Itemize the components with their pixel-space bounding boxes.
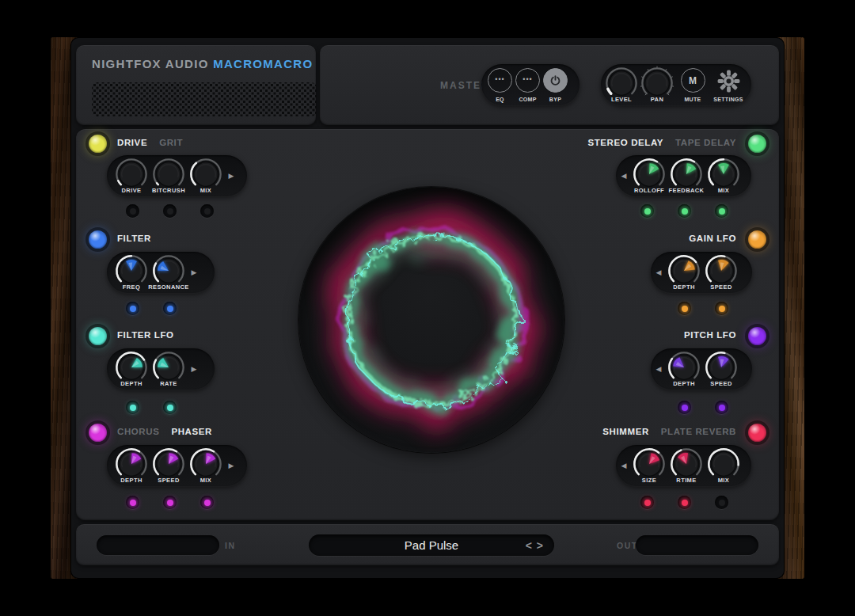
- out-label: OUT: [617, 541, 638, 550]
- chorus-mini-led-3[interactable]: [200, 496, 214, 509]
- plugin-unit: NIGHTFOX AUDIO MACROMACRO MASTER ••• EQ …: [71, 38, 784, 578]
- pitch-lfo-prev-arrow-icon[interactable]: ◀: [653, 365, 664, 373]
- delay-prev-arrow-icon[interactable]: ◀: [618, 172, 629, 180]
- tab-filter-lfo[interactable]: FILTER LFO: [117, 330, 174, 340]
- mute-button[interactable]: M MUTE: [675, 64, 710, 105]
- tab-chorus[interactable]: CHORUS: [117, 427, 159, 436]
- chorus-mix-label: MIX: [200, 477, 212, 484]
- pitch-lfo-knob-group: ◀ DEPTH SPEED: [651, 348, 752, 390]
- gain-lfo-mini-led-2[interactable]: [715, 302, 728, 315]
- chorus-section-led[interactable]: [89, 424, 107, 442]
- rtime-knob-label: RTIME: [676, 477, 696, 484]
- tab-filter[interactable]: FILTER: [117, 234, 151, 243]
- comp-button[interactable]: ••• COMP: [514, 64, 542, 105]
- drive-mix-knob-label: MIX: [200, 187, 212, 194]
- eq-button[interactable]: ••• EQ: [486, 64, 514, 105]
- delay-knob-group: ◀ ROLLOFF FEEDBACK MIX: [616, 155, 751, 196]
- filter-lfo-mini-led-2[interactable]: [163, 401, 177, 414]
- chorus-speed-label: SPEED: [158, 477, 179, 484]
- delay-mini-led-1[interactable]: [640, 204, 654, 218]
- master-control-group: LEVEL PAN M MUTE: [601, 64, 751, 105]
- chorus-next-arrow-icon[interactable]: ▶: [226, 462, 237, 470]
- delay-mini-leds: [640, 204, 728, 218]
- filter-lfo-section-led[interactable]: [89, 327, 107, 345]
- tab-stereo-delay[interactable]: STEREO DELAY: [587, 138, 663, 147]
- drive-section-led[interactable]: [89, 135, 107, 153]
- mute-glyph: M: [689, 75, 697, 86]
- filter-lfo-tabs: FILTER LFO: [117, 330, 174, 340]
- tab-gain-lfo[interactable]: GAIN LFO: [689, 234, 736, 243]
- eq-label: EQ: [496, 97, 504, 102]
- drive-mini-led-3[interactable]: [200, 204, 214, 218]
- gain-lfo-prev-arrow-icon[interactable]: ◀: [653, 268, 664, 276]
- filter-next-arrow-icon[interactable]: ▶: [188, 268, 200, 276]
- gain-lfo-depth-label: DEPTH: [673, 283, 694, 291]
- bypass-button[interactable]: BYP: [542, 64, 569, 105]
- gain-lfo-section-led[interactable]: [748, 230, 766, 249]
- shimmer-section-led[interactable]: [748, 424, 766, 442]
- filter-lfo-depth-label: DEPTH: [120, 380, 142, 387]
- gain-lfo-tabs: GAIN LFO: [689, 234, 736, 243]
- chorus-knob-group: DEPTH SPEED MIX ▶: [107, 445, 247, 486]
- tab-phaser[interactable]: PHASER: [171, 427, 212, 436]
- pitch-lfo-mini-led-1[interactable]: [678, 401, 691, 414]
- chorus-mini-led-2[interactable]: [163, 496, 177, 509]
- freq-knob-label: FREQ: [123, 283, 140, 291]
- tab-pitch-lfo[interactable]: PITCH LFO: [684, 330, 736, 340]
- filter-lfo-mini-leds: [126, 401, 177, 414]
- filter-lfo-next-arrow-icon[interactable]: ▶: [188, 365, 200, 373]
- preset-prev-icon[interactable]: <: [526, 539, 532, 552]
- pan-control: PAN: [640, 64, 674, 105]
- filter-lfo-mini-led-1[interactable]: [126, 401, 139, 414]
- visualizer-ring: [298, 187, 564, 453]
- gain-lfo-knob-group: ◀ DEPTH SPEED: [651, 252, 752, 293]
- chorus-depth-label: DEPTH: [120, 477, 142, 484]
- filter-lfo-knob-group: DEPTH RATE ▶: [107, 348, 215, 390]
- preset-selector[interactable]: Pad Pulse < >: [309, 534, 554, 556]
- byp-label: BYP: [549, 97, 561, 102]
- tab-plate-reverb[interactable]: PLATE REVERB: [661, 427, 736, 436]
- tab-drive[interactable]: DRIVE: [117, 138, 147, 147]
- shimmer-mini-led-2[interactable]: [678, 496, 691, 509]
- dots-icon: •••: [522, 76, 532, 86]
- filter-mini-led-2[interactable]: [163, 302, 177, 315]
- shimmer-prev-arrow-icon[interactable]: ◀: [618, 462, 629, 470]
- tab-grit[interactable]: GRIT: [159, 138, 183, 147]
- gain-lfo-mini-leds: [678, 302, 728, 315]
- footer-bar: IN Pad Pulse < > OUT: [76, 524, 779, 565]
- shimmer-mini-leds: [640, 496, 728, 509]
- preset-next-icon[interactable]: >: [537, 539, 543, 552]
- filter-section-led[interactable]: [89, 230, 107, 249]
- pitch-lfo-mini-led-2[interactable]: [715, 401, 728, 414]
- in-label: IN: [225, 541, 236, 550]
- power-icon: [543, 68, 568, 93]
- tab-tape-delay[interactable]: TAPE DELAY: [675, 138, 736, 147]
- settings-button[interactable]: SETTINGS: [711, 64, 746, 105]
- drive-mini-led-2[interactable]: [163, 204, 177, 218]
- filter-mini-leds: [126, 302, 177, 315]
- drive-knob-label: DRIVE: [122, 187, 142, 194]
- preset-arrows: < >: [526, 534, 543, 556]
- drive-next-arrow-icon[interactable]: ▶: [226, 172, 237, 180]
- header-brand-panel: NIGHTFOX AUDIO MACROMACRO: [76, 45, 316, 125]
- shimmer-mini-led-1[interactable]: [640, 496, 654, 509]
- shimmer-mini-led-3[interactable]: [715, 496, 728, 509]
- delay-section-led[interactable]: [748, 135, 766, 153]
- pitch-lfo-depth-label: DEPTH: [673, 380, 694, 387]
- filter-tabs: FILTER: [117, 234, 151, 243]
- gear-icon: [717, 70, 740, 93]
- filter-mini-led-1[interactable]: [126, 302, 139, 315]
- delay-mini-led-2[interactable]: [678, 204, 691, 218]
- brand-name: NIGHTFOX AUDIO: [92, 57, 209, 70]
- delay-mini-led-3[interactable]: [715, 204, 728, 218]
- drive-mini-led-1[interactable]: [126, 204, 139, 218]
- chorus-mini-led-1[interactable]: [126, 496, 139, 509]
- plugin-window: NIGHTFOX AUDIO MACROMACRO MASTER ••• EQ …: [0, 0, 855, 616]
- pitch-lfo-section-led[interactable]: [748, 327, 766, 345]
- chorus-mini-leds: [126, 496, 214, 509]
- shimmer-tabs: SHIMMER PLATE REVERB: [602, 427, 736, 436]
- tab-shimmer[interactable]: SHIMMER: [602, 427, 649, 436]
- master-panel: MASTER ••• EQ ••• COMP: [320, 45, 779, 125]
- gain-lfo-mini-led-1[interactable]: [678, 302, 691, 315]
- delay-tabs: STEREO DELAY TAPE DELAY: [587, 138, 736, 147]
